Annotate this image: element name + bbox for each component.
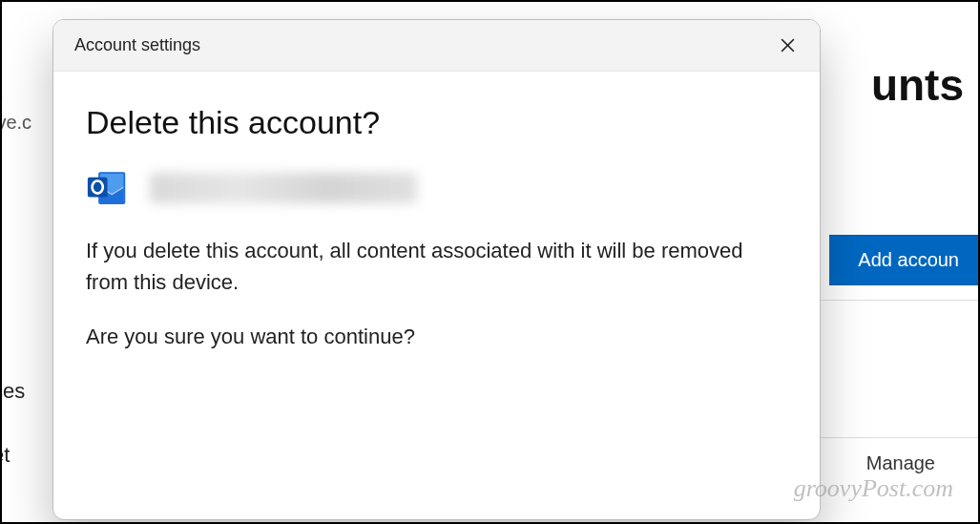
account-settings-dialog: Account settings Delete this account?	[52, 19, 821, 520]
delete-warning-text: If you delete this account, all content …	[86, 235, 787, 298]
dialog-title: Account settings	[74, 35, 200, 55]
close-icon	[780, 37, 796, 53]
account-row	[86, 168, 787, 208]
outlook-icon	[86, 168, 129, 208]
row-divider	[816, 300, 978, 301]
row-divider	[816, 437, 978, 438]
dialog-body: Delete this account? If you delete this …	[53, 72, 820, 352]
page-heading-fragment: unts	[871, 59, 964, 111]
confirm-question-text: Are you sure you want to continue?	[86, 321, 787, 352]
sidebar-fragment-1: s	[0, 83, 3, 108]
sidebar-fragment-4: et	[0, 443, 10, 468]
close-button[interactable]	[774, 32, 801, 59]
dialog-header: Account settings	[53, 20, 820, 72]
sidebar-fragment-3: ces	[0, 379, 25, 404]
manage-label[interactable]: Manage	[866, 452, 935, 474]
account-email-redacted	[150, 173, 417, 203]
sidebar-fragment-2: ive.c	[0, 112, 31, 134]
add-account-button[interactable]: Add accoun	[829, 235, 978, 285]
dialog-heading: Delete this account?	[86, 104, 787, 141]
